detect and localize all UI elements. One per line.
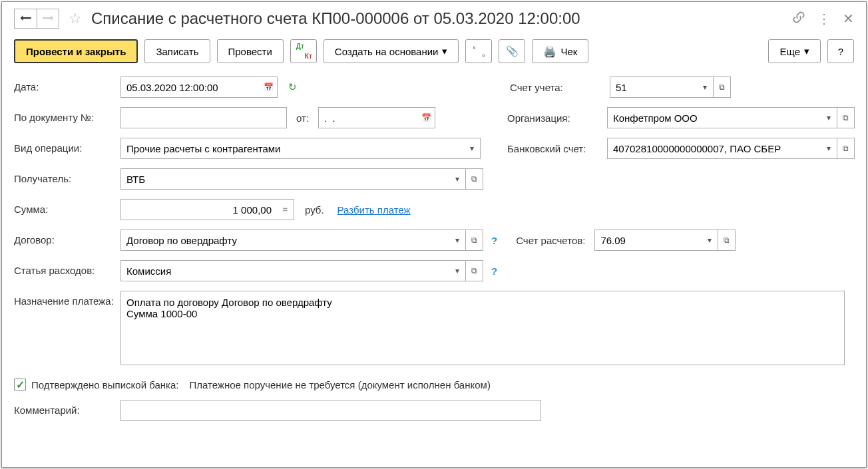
calendar-icon[interactable]: 📅 xyxy=(260,77,278,98)
document-window: 🠔 🠖 ☆ Списание с расчетного счета КП00-0… xyxy=(1,1,867,468)
bank-account-input[interactable] xyxy=(607,138,820,159)
structure-button[interactable] xyxy=(465,39,492,63)
currency-label: руб. xyxy=(305,204,324,216)
dropdown-icon[interactable]: ▾ xyxy=(449,260,466,281)
nav-back-button[interactable]: 🠔 xyxy=(14,9,37,29)
page-title: Списание с расчетного счета КП00-000006 … xyxy=(91,9,787,28)
create-based-on-button[interactable]: Создать на основании ▾ xyxy=(324,39,459,63)
settlement-account-label: Счет расчетов: xyxy=(516,235,585,246)
open-icon[interactable]: ⧉ xyxy=(466,168,483,190)
date-input[interactable] xyxy=(120,77,260,98)
favorite-star-icon[interactable]: ☆ xyxy=(69,10,82,27)
comment-input[interactable] xyxy=(120,400,541,421)
recipient-input[interactable] xyxy=(120,168,449,190)
attachment-button[interactable]: 📎 xyxy=(499,39,525,63)
doc-date-input[interactable] xyxy=(318,107,418,128)
split-payment-link[interactable]: Разбить платеж xyxy=(337,204,411,216)
dropdown-icon[interactable]: ▾ xyxy=(820,138,837,159)
dropdown-icon[interactable]: ▾ xyxy=(463,138,481,159)
payment-purpose-textarea[interactable] xyxy=(120,291,845,365)
bank-confirmed-label: Подтверждено выпиской банка: xyxy=(31,379,178,391)
organization-label: Организация: xyxy=(507,112,600,124)
more-button[interactable]: Еще ▾ xyxy=(768,39,821,63)
payment-purpose-label: Назначение платежа: xyxy=(14,291,120,307)
create-based-on-label: Создать на основании xyxy=(335,46,439,57)
dropdown-icon[interactable]: ▾ xyxy=(449,230,466,251)
bank-account-label: Банковский счет: xyxy=(507,143,600,154)
from-label: от: xyxy=(296,112,309,124)
nav-forward-button[interactable]: 🠖 xyxy=(37,9,59,29)
form: Дата: 📅 ↻ Счет учета: ▾ ⧉ xyxy=(14,77,854,421)
receipt-label: Чек xyxy=(560,46,577,57)
dropdown-icon[interactable]: ▾ xyxy=(701,230,718,251)
amount-label: Сумма: xyxy=(14,199,120,215)
bank-confirmed-note: Платежное поручение не требуется (докуме… xyxy=(189,379,490,391)
settlement-account-input[interactable] xyxy=(594,230,701,251)
chevron-down-icon: ▾ xyxy=(804,45,809,57)
amount-input[interactable] xyxy=(120,199,277,220)
dropdown-icon[interactable]: ▾ xyxy=(820,107,837,128)
save-button[interactable]: Записать xyxy=(144,39,210,63)
help-button[interactable]: ? xyxy=(827,39,854,63)
organization-input[interactable] xyxy=(607,107,820,128)
toolbar: Провести и закрыть Записать Провести Соз… xyxy=(14,39,854,63)
hierarchy-icon xyxy=(473,45,485,57)
help-icon[interactable]: ? xyxy=(491,265,497,277)
titlebar: 🠔 🠖 ☆ Списание с расчетного счета КП00-0… xyxy=(14,9,854,29)
help-icon[interactable]: ? xyxy=(491,235,497,246)
operation-type-label: Вид операции: xyxy=(14,138,120,154)
comment-label: Комментарий: xyxy=(14,400,120,416)
open-icon[interactable]: ⧉ xyxy=(466,260,483,281)
printer-icon: 🖨️ xyxy=(543,45,556,58)
status-refresh-icon[interactable]: ↻ xyxy=(288,81,297,93)
post-and-close-button[interactable]: Провести и закрыть xyxy=(14,39,138,63)
recipient-label: Получатель: xyxy=(14,168,120,184)
account-label: Счет учета: xyxy=(510,82,603,93)
bank-confirmed-checkbox[interactable]: ✓ xyxy=(14,379,26,391)
contract-label: Договор: xyxy=(14,230,120,245)
dropdown-icon[interactable]: ▾ xyxy=(449,168,466,190)
operation-type-input[interactable] xyxy=(120,138,463,159)
open-icon[interactable]: ⧉ xyxy=(466,230,483,251)
contract-input[interactable] xyxy=(120,230,449,251)
post-button[interactable]: Провести xyxy=(217,39,284,63)
open-icon[interactable]: ⧉ xyxy=(718,230,736,251)
calendar-icon[interactable]: 📅 xyxy=(418,107,435,128)
more-label: Еще xyxy=(779,46,800,57)
chevron-down-icon: ▾ xyxy=(442,45,447,57)
expense-item-label: Статья расходов: xyxy=(14,260,120,276)
doc-number-label: По документу №: xyxy=(14,107,120,123)
dtkt-icon xyxy=(298,45,310,57)
expense-item-input[interactable] xyxy=(120,260,449,281)
link-icon[interactable] xyxy=(792,11,805,27)
date-label: Дата: xyxy=(14,77,120,92)
close-icon[interactable]: ✕ xyxy=(843,11,854,27)
calculator-icon[interactable]: ⌗ xyxy=(277,199,294,220)
dtkt-button[interactable] xyxy=(290,39,317,63)
open-icon[interactable]: ⧉ xyxy=(714,77,731,98)
open-icon[interactable]: ⧉ xyxy=(837,138,855,159)
account-input[interactable] xyxy=(610,77,696,98)
open-icon[interactable]: ⧉ xyxy=(837,107,855,128)
dropdown-icon[interactable]: ▾ xyxy=(696,77,714,98)
receipt-button[interactable]: 🖨️ Чек xyxy=(532,39,588,63)
kebab-menu-icon[interactable]: ⋮ xyxy=(817,11,831,27)
doc-number-input[interactable] xyxy=(120,107,287,128)
paperclip-icon: 📎 xyxy=(506,45,519,57)
